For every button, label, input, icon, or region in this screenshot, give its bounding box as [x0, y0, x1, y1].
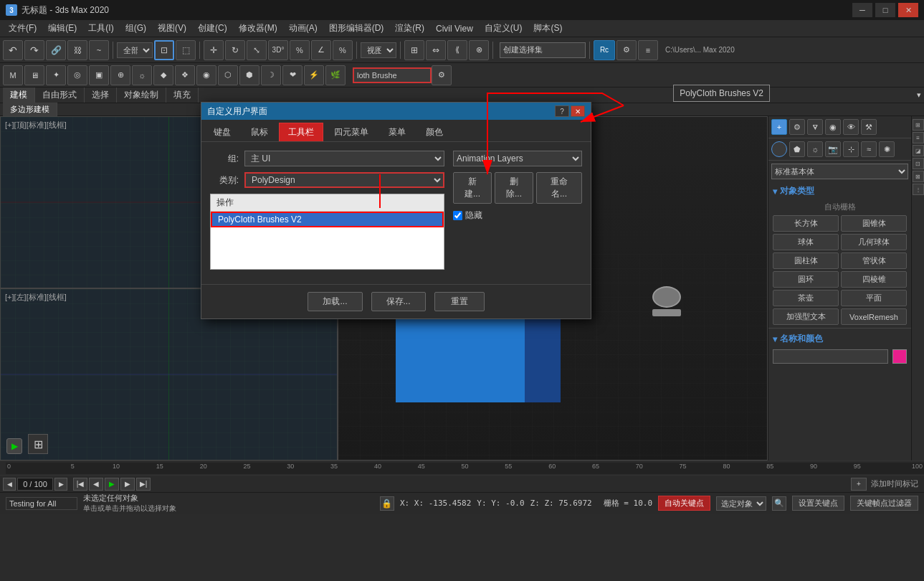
tb12[interactable]: ⬢ — [239, 65, 259, 85]
helper-icon[interactable]: ⊹ — [843, 141, 859, 157]
play-all-btn[interactable]: ▶ — [105, 478, 119, 491]
select-box[interactable]: ⊡ — [154, 40, 174, 60]
rtool-2[interactable]: ≡ — [913, 132, 924, 143]
category-select[interactable]: PolyDesign Animation Layers All Commands — [244, 172, 444, 188]
menu-view[interactable]: 视图(V) — [152, 21, 192, 36]
redo-btn[interactable]: ↷ — [24, 40, 44, 60]
subtab-modeling[interactable]: 建模 — [3, 88, 35, 103]
menu-group[interactable]: 组(G) — [120, 21, 152, 36]
tab-mouse[interactable]: 鼠标 — [242, 123, 277, 141]
menu-graph[interactable]: 图形编辑器(D) — [323, 21, 390, 36]
create-icon[interactable]: + — [771, 119, 787, 135]
go-end-btn[interactable]: ▶| — [136, 478, 151, 491]
subtab-polygonmodeling[interactable]: 多边形建模 — [3, 103, 57, 116]
menu-render[interactable]: 渲染(R) — [389, 21, 430, 36]
obj-teapot[interactable]: 茶壶 — [773, 290, 839, 306]
close-button[interactable]: ✕ — [898, 3, 918, 17]
grid-btn[interactable]: ⊞ — [28, 434, 48, 454]
rtool-1[interactable]: ⊞ — [913, 119, 924, 131]
array-btn[interactable]: ⟪ — [447, 40, 467, 60]
rtool-3[interactable]: ◪ — [913, 145, 924, 156]
menu-customize[interactable]: 自定义(U) — [479, 21, 528, 36]
name-input[interactable] — [773, 349, 888, 364]
polycloth-input[interactable] — [353, 67, 432, 83]
snaps-btn[interactable]: % — [290, 40, 310, 60]
obj-cylinder[interactable]: 圆柱体 — [773, 252, 839, 269]
rtool-6[interactable]: ⋮ — [913, 184, 924, 195]
open-schematic[interactable]: ⊗ — [469, 40, 489, 60]
tb5[interactable]: ▣ — [89, 65, 109, 85]
link-btn[interactable]: 🔗 — [46, 40, 66, 60]
obj-voxelremesh[interactable]: VoxelRemesh — [841, 308, 907, 325]
obj-sphere[interactable]: 球体 — [773, 234, 839, 250]
system-icon[interactable]: ✺ — [879, 141, 895, 157]
transform-btn[interactable]: 3D° — [268, 40, 288, 60]
light-icon[interactable]: ☼ — [807, 141, 823, 157]
render-setup[interactable]: 🖥 — [24, 65, 44, 85]
tab-toolbar[interactable]: 工具栏 — [279, 123, 323, 141]
subtab-objpaint[interactable]: 对象绘制 — [117, 88, 166, 103]
obj-pyramid[interactable]: 四棱锥 — [841, 271, 907, 288]
tb13[interactable]: ☽ — [261, 65, 281, 85]
tb6[interactable]: ⊕ — [110, 65, 130, 85]
modify-icon[interactable]: ⚙ — [789, 119, 805, 135]
camera-icon[interactable]: 📷 — [825, 141, 841, 157]
lock-icon[interactable]: 🔒 — [380, 496, 394, 511]
add-time-tag[interactable]: + — [851, 478, 867, 491]
rename-btn[interactable]: 重命名... — [536, 172, 582, 204]
obj-geosphere[interactable]: 几何球体 — [841, 234, 907, 250]
load-btn[interactable]: 加载... — [308, 292, 362, 311]
go-start-btn[interactable]: |◀ — [73, 478, 87, 491]
anim-layers-select[interactable]: Animation Layers — [453, 151, 582, 166]
obj-box[interactable]: 长方体 — [773, 215, 839, 232]
mirror-btn[interactable]: ⇔ — [426, 40, 446, 60]
tab-quad[interactable]: 四元菜单 — [325, 123, 378, 141]
tab-color[interactable]: 颜色 — [416, 123, 452, 141]
hidden-checkbox[interactable] — [453, 211, 462, 220]
new-btn[interactable]: 新建... — [453, 172, 492, 204]
prev-frame-btn[interactable]: ◀ — [89, 478, 103, 491]
minimize-button[interactable]: ─ — [852, 3, 872, 17]
bind-btn[interactable]: ~ — [89, 40, 109, 60]
obj-enhancedtext[interactable]: 加强型文本 — [773, 308, 839, 325]
group-select[interactable]: 主 UI — [244, 151, 444, 166]
subtab-populate[interactable]: 填充 — [166, 88, 199, 103]
utility-icon[interactable]: ⚒ — [861, 119, 877, 135]
tb16[interactable]: 🌿 — [325, 65, 346, 85]
tb9[interactable]: ❖ — [175, 65, 195, 85]
frame-input[interactable] — [17, 478, 53, 491]
obj-torus[interactable]: 圆环 — [773, 271, 839, 288]
rc-btn[interactable]: Rc — [594, 40, 615, 60]
tb10[interactable]: ◉ — [196, 65, 216, 85]
menu-create[interactable]: 创建(C) — [192, 21, 233, 36]
play-btn[interactable]: ▶ — [6, 438, 22, 454]
icon-btn3[interactable]: ≡ — [638, 40, 658, 60]
frame-prev-btn[interactable]: ◀ — [3, 478, 16, 491]
frame-next-btn[interactable]: ▶ — [54, 478, 67, 491]
create-selection-input[interactable] — [500, 42, 586, 58]
delete-btn[interactable]: 删除... — [495, 172, 533, 204]
spacewarp-icon[interactable]: ≈ — [861, 141, 877, 157]
save-btn[interactable]: 保存... — [371, 292, 426, 311]
action-item-polycloth[interactable]: PolyCloth Brushes V2 — [211, 212, 444, 227]
align-btn[interactable]: ⊞ — [404, 40, 424, 60]
set-key-btn[interactable]: 设置关键点 — [792, 496, 844, 511]
tb8[interactable]: ◆ — [153, 65, 173, 85]
geo-icon[interactable] — [771, 141, 787, 157]
key-filter-btn[interactable]: 关键帧点过滤器 — [850, 496, 918, 511]
menu-modify[interactable]: 修改器(M) — [233, 21, 283, 36]
menu-tools[interactable]: 工具(I) — [82, 21, 119, 36]
select-region[interactable]: ⬚ — [176, 40, 196, 60]
motion-icon[interactable]: ◉ — [825, 119, 841, 135]
menu-file[interactable]: 文件(F) — [3, 21, 42, 36]
next-frame-btn[interactable]: ▶ — [120, 478, 135, 491]
menu-edit[interactable]: 编辑(E) — [42, 21, 82, 36]
shape-icon[interactable]: ⬟ — [789, 141, 805, 157]
percent-snap[interactable]: % — [333, 40, 353, 60]
tab-menu[interactable]: 菜单 — [379, 123, 415, 141]
select-dropdown[interactable]: 全部 — [117, 42, 153, 58]
polycloth-search[interactable]: ⚙ — [432, 65, 452, 85]
icon-btn2[interactable]: ⚙ — [616, 40, 637, 60]
tb4[interactable]: ◎ — [67, 65, 87, 85]
select-obj-dropdown[interactable]: 选定对象 — [716, 496, 766, 511]
